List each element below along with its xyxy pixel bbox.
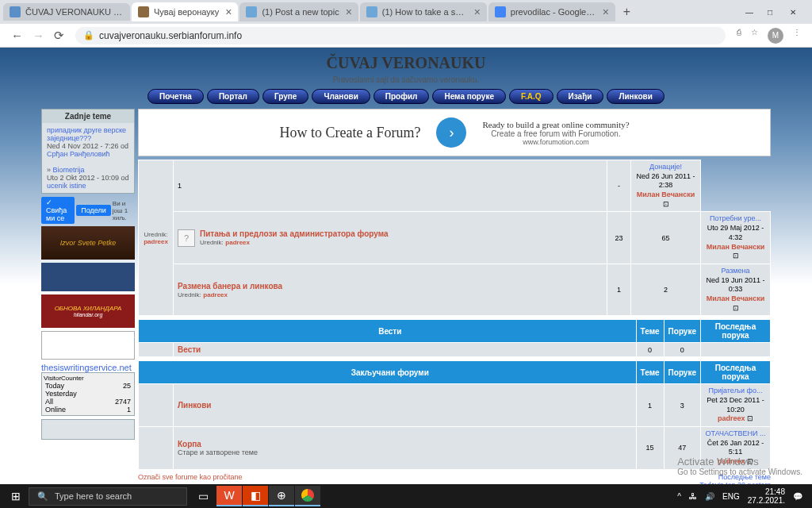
browser-tab-1-active[interactable]: Чувај веронауку × <box>132 2 238 21</box>
moderator-name[interactable]: padreex <box>143 238 169 245</box>
close-icon[interactable]: × <box>346 6 352 18</box>
tray-network-icon[interactable]: 🖧 <box>689 492 697 501</box>
reload-button[interactable]: ⟳ <box>49 29 69 43</box>
banner-2[interactable] <box>41 263 135 291</box>
forum-row[interactable]: Вести 0 0 <box>139 343 771 357</box>
tray-chevron-icon[interactable]: ^ <box>677 492 681 501</box>
forum-name[interactable]: Размена банера и линкова <box>178 282 603 291</box>
goto-icon[interactable]: ⊡ <box>663 200 669 208</box>
cat-name: Вести <box>139 320 637 343</box>
forward-button[interactable]: → <box>28 29 49 42</box>
promo-text: Ready to build a great online community? <box>482 120 629 129</box>
nav-messages[interactable]: Нема поруке <box>432 89 506 104</box>
profile-avatar[interactable]: M <box>768 28 783 44</box>
tray-lang[interactable]: ENG <box>722 492 740 501</box>
close-icon[interactable]: × <box>474 6 481 18</box>
vc-label: Today <box>45 382 64 390</box>
close-icon[interactable]: × <box>225 6 232 18</box>
goto-icon[interactable]: ⊡ <box>747 414 753 422</box>
banner-hilandar[interactable]: ОБНОВА ХИЛАНДАРА hilandar.org <box>41 294 135 328</box>
tab-favicon <box>10 6 21 17</box>
forum-name[interactable]: Корпа <box>178 440 632 448</box>
address-bar[interactable]: 🔒 cuvajveronauku.serbianforum.info <box>75 27 726 44</box>
forum-row[interactable]: Размена банера и линкова Urednik: padree… <box>139 264 771 315</box>
topics-count: 15 <box>636 427 664 470</box>
nav-members[interactable]: Чланови <box>312 89 370 104</box>
last-topic[interactable]: Пријатељи фо... <box>709 387 763 394</box>
last-topic[interactable]: ОТАЧАСТВЕНИ ... <box>706 429 766 437</box>
back-button[interactable]: ← <box>6 29 28 42</box>
last-user[interactable]: padreex <box>718 414 745 422</box>
tab-favicon <box>495 6 506 17</box>
banner-izvor[interactable]: Izvor Svete Petke <box>41 226 135 260</box>
browser-tab-2[interactable]: (1) Post a new topic × <box>239 2 358 21</box>
tray-volume-icon[interactable]: 🔊 <box>705 492 714 501</box>
tab-title: prevodilac - Google претрага <box>511 7 596 17</box>
nav-faq[interactable]: F.A.Q <box>509 89 553 104</box>
nav-profile[interactable]: Профил <box>373 89 430 104</box>
cast-icon[interactable]: ⎙ <box>737 28 741 44</box>
cell-value: - <box>618 182 620 190</box>
new-tab-button[interactable]: + <box>617 2 637 22</box>
fb-share-button[interactable]: Подели <box>76 205 111 216</box>
last-user[interactable]: Милан Вечански <box>707 294 765 302</box>
task-app-3[interactable]: ⊕ <box>269 486 294 506</box>
last-user[interactable]: Милан Вечански <box>707 243 765 251</box>
nav-logout[interactable]: Изађи <box>557 89 604 104</box>
nav-home[interactable]: Почетна <box>147 89 204 104</box>
maximize-button[interactable]: □ <box>768 8 777 17</box>
task-view-icon[interactable]: ▭ <box>190 486 216 506</box>
forum-row[interactable]: Линкови 1 3 Пријатељи фо... Pet 23 Dec 2… <box>139 384 771 427</box>
promo-banner[interactable]: How to Create a Forum? › Ready to build … <box>138 109 771 156</box>
forum-name[interactable]: Линкови <box>178 401 632 410</box>
goto-icon[interactable]: ⊡ <box>733 304 739 312</box>
last-user[interactable]: Милан Вечански <box>637 190 695 198</box>
moderator-label: Urednik: <box>143 231 169 238</box>
last-topic[interactable]: Донације! <box>649 163 682 171</box>
sponsor-link[interactable]: thesiswritingservice.net <box>41 363 135 372</box>
browser-tab-4[interactable]: prevodilac - Google претрага × <box>488 2 615 21</box>
tab-title: (1) Post a new topic <box>262 7 339 17</box>
banner-4[interactable] <box>41 331 135 360</box>
category-header[interactable]: Вести Теме Поруке Последња порука <box>139 320 771 343</box>
nav-portal[interactable]: Портал <box>207 89 259 104</box>
close-icon[interactable]: × <box>603 6 609 18</box>
nav-groups[interactable]: Групе <box>262 89 308 104</box>
tray-notifications-icon[interactable]: 💬 <box>793 492 802 501</box>
forum-row[interactable]: Корпа Старе и затворене теме 15 47 ОТАЧА… <box>139 427 771 470</box>
minimize-button[interactable]: — <box>745 8 755 17</box>
forum-name[interactable]: Вести <box>178 345 632 354</box>
last-topic[interactable]: Потребни уре... <box>710 214 761 222</box>
menu-icon[interactable]: ⋮ <box>793 28 801 44</box>
last-date: Pet 23 Dec 2011 - 10:20 <box>707 396 764 414</box>
last-date: Ned 19 Jun 2011 - 0:33 <box>706 276 764 294</box>
forum-name[interactable]: Питања и предлози за администратора фору… <box>200 229 389 238</box>
close-button[interactable]: ✕ <box>790 8 799 17</box>
star-icon[interactable]: ☆ <box>751 28 758 44</box>
topics-count: 1 <box>607 264 631 315</box>
start-button[interactable]: ⊞ <box>3 486 29 506</box>
browser-tab-3[interactable]: (1) How to take a screenshot? × <box>360 2 487 21</box>
tray-clock[interactable]: 21:48 27.2.2021. <box>748 487 785 505</box>
category-header[interactable]: Закључани форуми Теме Поруке Последња по… <box>139 361 771 384</box>
forum-row[interactable]: ? Питања и предлози за администратора фо… <box>139 212 771 264</box>
mod-name[interactable]: padreex <box>203 291 228 298</box>
task-chrome[interactable] <box>295 486 320 506</box>
mod-name[interactable]: padreex <box>225 239 250 246</box>
last-topic[interactable]: Размена <box>722 267 750 275</box>
mod-label: Urednik: <box>178 291 201 298</box>
goto-icon[interactable]: ⊡ <box>733 252 739 260</box>
nav-links[interactable]: Линкови <box>607 89 664 104</box>
banner-text: ОБНОВА ХИЛАНДАРА <box>55 305 122 312</box>
fb-like-button[interactable]: ✓ Свиђа ми се <box>41 197 75 224</box>
task-app-2[interactable]: ◧ <box>243 486 268 506</box>
topic-user[interactable]: Срђан Ранђеловић <box>47 150 110 158</box>
taskbar-search[interactable]: 🔍 Type here to search <box>29 487 187 506</box>
topic-link[interactable]: припадник друге верске заједнице??? <box>47 126 129 142</box>
forum-row[interactable]: Urednik: padreex 1 - Донације! Ned 26 Ju… <box>139 160 771 212</box>
task-app-1[interactable]: W <box>216 486 242 506</box>
topic-user[interactable]: ucenik istine <box>47 182 86 190</box>
browser-tab-0[interactable]: ČUVAJ VERONAUKU - Welcome × <box>3 3 130 21</box>
vc-title: VisitorCounter <box>44 375 132 382</box>
topic-link[interactable]: Biometrija <box>53 166 85 174</box>
